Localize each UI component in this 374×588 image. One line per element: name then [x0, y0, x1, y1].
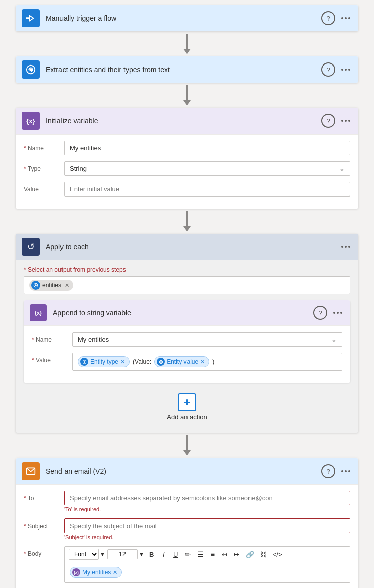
apply-each-header: ↺ Apply to each	[16, 234, 358, 260]
entity-value-token: Entity value ✕	[154, 356, 209, 367]
my-entities-label: My entities	[82, 569, 111, 576]
extract-help-icon[interactable]: ?	[321, 62, 335, 77]
entity-value-close[interactable]: ✕	[200, 359, 205, 365]
init-more-icon[interactable]	[339, 118, 352, 124]
pen-button[interactable]: ✏	[182, 549, 194, 560]
body-label: Body	[24, 546, 64, 557]
editor-toolbar: Font ▼ ▼ B I U ✏ ☰ ≡ ↤ ↦ 🔗 ⛓	[65, 547, 350, 562]
subject-input[interactable]	[64, 518, 350, 533]
connector-2	[183, 83, 191, 108]
entity-value-token-icon	[157, 358, 165, 366]
type-select[interactable]: String ⌄	[64, 161, 350, 176]
add-action-container: Add an action	[24, 393, 350, 421]
trigger-help-icon[interactable]: ?	[321, 11, 335, 25]
append-title: Append to string variable	[53, 309, 313, 317]
append-name-label: Name	[32, 332, 72, 343]
font-dropdown-arrow: ▼	[100, 551, 105, 557]
svg-point-3	[35, 285, 37, 286]
init-icon: {x}	[22, 112, 40, 130]
svg-point-5	[84, 361, 85, 362]
to-input[interactable]	[64, 491, 350, 505]
trigger-more-icon[interactable]	[339, 15, 352, 21]
entities-tag-label: entities	[42, 282, 61, 289]
to-label: To	[24, 491, 64, 502]
append-string-card: {x} Append to string variable ? Name My …	[24, 300, 350, 383]
append-name-value: My entities	[78, 336, 109, 343]
send-email-card: Send an email (V2) ? To 'To' is required…	[16, 458, 358, 588]
entity-type-close[interactable]: ✕	[120, 359, 125, 365]
send-email-help-icon[interactable]: ?	[321, 464, 335, 478]
entity-type-token: Entity type ✕	[78, 356, 130, 367]
append-help-icon[interactable]: ?	[313, 306, 327, 320]
type-label: Type	[24, 161, 64, 172]
select-output-label: * Select an output from previous steps	[24, 266, 350, 273]
value-label: Value	[24, 182, 64, 193]
trigger-card: Manually trigger a flow ?	[16, 5, 358, 31]
append-body: Name My entities ⌄ Value	[24, 325, 350, 383]
extract-card: Extract entities and their types from te…	[16, 56, 358, 83]
append-value-field[interactable]: Entity type ✕ (Value: Entity va	[72, 353, 342, 371]
apply-each-title: Apply to each	[46, 243, 339, 251]
body-field-row: Body Font ▼ ▼ B I U ✏ ☰ ≡	[24, 546, 350, 583]
value-input[interactable]	[64, 182, 350, 197]
type-chevron-icon: ⌄	[339, 165, 345, 172]
code-button[interactable]: </>	[270, 549, 285, 560]
apply-each-card: ↺ Apply to each * Select an output from …	[16, 234, 358, 433]
init-variable-card: {x} Initialize variable ? Name Type Stri…	[16, 108, 358, 209]
add-action-icon	[178, 393, 196, 411]
send-email-icon	[22, 462, 40, 480]
select-output-box[interactable]: entities ✕	[24, 276, 350, 294]
extract-icon	[22, 60, 40, 79]
unlink-button[interactable]: ⛓	[258, 549, 269, 560]
indent-increase-button[interactable]: ↦	[231, 549, 242, 560]
apply-each-body: * Select an output from previous steps e…	[16, 260, 358, 433]
extract-title: Extract entities and their types from te…	[46, 66, 321, 74]
name-label: Name	[24, 141, 64, 152]
append-icon: {x}	[30, 304, 47, 321]
italic-button[interactable]: I	[158, 549, 169, 560]
svg-point-7	[160, 361, 161, 362]
apply-each-more-icon[interactable]	[339, 244, 352, 250]
editor-content[interactable]: {x} My entities ✕	[65, 562, 350, 582]
append-name-row: Name My entities ⌄	[32, 332, 342, 347]
to-field-row: To 'To' is required.	[24, 491, 350, 512]
ordered-list-button[interactable]: ☰	[195, 549, 206, 560]
append-name-select[interactable]: My entities ⌄	[72, 332, 342, 347]
name-input[interactable]	[64, 141, 350, 155]
add-action-label: Add an action	[167, 413, 207, 421]
entities-tag-close[interactable]: ✕	[65, 282, 69, 289]
link-button[interactable]: 🔗	[243, 549, 257, 560]
bold-button[interactable]: B	[146, 549, 157, 560]
add-action-button[interactable]: Add an action	[167, 393, 207, 421]
extract-more-icon[interactable]	[339, 67, 352, 73]
init-body: Name Type String ⌄ Value	[16, 134, 358, 209]
unordered-list-button[interactable]: ≡	[207, 549, 218, 560]
append-more-icon[interactable]	[331, 310, 344, 316]
connector-1	[183, 31, 191, 56]
send-email-title: Send an email (V2)	[46, 467, 321, 475]
type-field-row: Type String ⌄	[24, 161, 350, 176]
connector-3	[183, 209, 191, 234]
send-email-more-icon[interactable]	[339, 468, 352, 474]
my-entities-token: {x} My entities ✕	[70, 567, 122, 578]
to-error-text: 'To' is required.	[64, 506, 350, 512]
font-select[interactable]: Font	[69, 549, 99, 560]
font-size-input[interactable]	[107, 549, 138, 559]
value-suffix: )	[211, 358, 215, 365]
append-value-row: Value Entity type ✕	[32, 353, 342, 371]
append-value-label: Value	[32, 353, 72, 364]
subject-label: Subject	[24, 518, 64, 530]
my-entities-close[interactable]: ✕	[113, 569, 117, 576]
email-body-area: Font ▼ ▼ B I U ✏ ☰ ≡ ↤ ↦ 🔗 ⛓	[64, 546, 350, 583]
init-help-icon[interactable]: ?	[321, 114, 335, 128]
indent-decrease-button[interactable]: ↤	[219, 549, 230, 560]
subject-field-row: Subject 'Subject' is required.	[24, 518, 350, 540]
subject-error-text: 'Subject' is required.	[64, 534, 350, 540]
init-title: Initialize variable	[46, 117, 321, 125]
underline-button[interactable]: U	[170, 549, 181, 560]
append-string-header: {x} Append to string variable ?	[24, 300, 350, 325]
entity-type-label: Entity type	[90, 358, 118, 365]
name-field-row: Name	[24, 141, 350, 155]
send-email-body: To 'To' is required. Subject 'Subject' i…	[16, 484, 358, 588]
font-size-dropdown-arrow: ▼	[139, 551, 144, 557]
